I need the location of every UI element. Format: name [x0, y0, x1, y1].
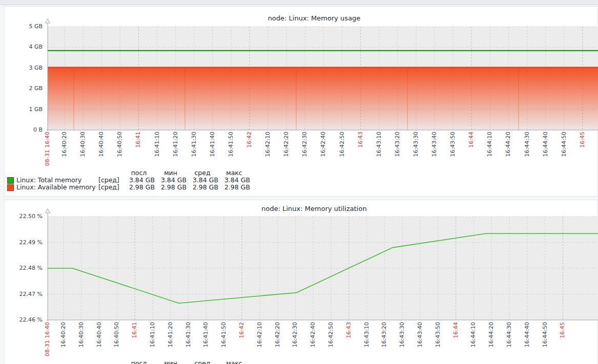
x-tick-label: 16:44:30	[506, 322, 512, 347]
x-tick-label: 16:44:10	[486, 132, 493, 157]
y-tick-label: 22.49 %	[6, 239, 43, 246]
x-tick-label: 16:41:50	[220, 322, 227, 347]
x-tick-label: 16:43:30	[399, 322, 405, 347]
legend-stat-value: 3.84 GB	[155, 177, 187, 184]
x-tick-label: 16:42:30	[292, 322, 298, 347]
x-tick-label: 16:40:20	[60, 322, 67, 347]
x-tick-label: 16:42	[238, 322, 245, 338]
x-tick-label: 16:41:10	[149, 322, 156, 347]
x-tick-label: 16:42:10	[264, 132, 271, 157]
x-tick-label: 16:42:50	[327, 322, 334, 347]
legend-header: сред	[187, 169, 218, 177]
x-tick-label: 16:41:30	[185, 322, 192, 347]
x-tick-label: 16:40:20	[61, 132, 68, 157]
x-tick-label: 16:43:10	[363, 322, 370, 347]
legend-header: посл	[123, 169, 155, 177]
y-tick-label: 4 GB	[6, 44, 43, 50]
x-tick-label: 16:42	[246, 132, 253, 148]
legend-memory-utilization: послминсредмакс	[7, 360, 250, 364]
y-tick-label: 22.46 %	[6, 316, 43, 323]
legend-swatch-cell	[7, 177, 16, 184]
y-tick-label: 22.50 %	[6, 213, 43, 220]
legend-color-swatch	[7, 177, 14, 184]
x-tick-label: 16:43:50	[435, 322, 441, 347]
x-tick-label: 16:43:10	[376, 132, 382, 157]
x-tick-label: 16:43:40	[431, 132, 438, 157]
x-tick-label: 16:42:40	[310, 322, 316, 347]
legend-spacer	[7, 360, 16, 364]
memory-utilization-plot-area[interactable]	[5, 200, 598, 323]
y-tick-label: 3 GB	[6, 65, 43, 71]
legend-swatch-cell	[7, 184, 16, 191]
x-tick-label: 16:41:50	[228, 132, 234, 157]
x-tick-label: 16:41:20	[172, 132, 179, 157]
legend-header: посл	[123, 360, 155, 364]
legend-stat-value: 2.98 GB	[187, 184, 218, 191]
legend-stat-value: 2.98 GB	[218, 184, 250, 191]
x-tick-label: 16:44	[452, 322, 459, 338]
legend-spacer	[97, 169, 123, 177]
legend-memory-usage: послминсредмаксLinux: Total memory[сред]…	[7, 169, 250, 191]
x-tick-label: 16:44:20	[505, 132, 511, 157]
x-tick-label: 16:43	[345, 322, 352, 338]
y-tick-label: 1 GB	[6, 106, 43, 113]
x-tick-label: 16:41:40	[202, 322, 209, 347]
x-tick-label: 16:42:30	[301, 132, 308, 157]
legend-color-swatch	[7, 184, 14, 191]
legend-header: мин	[155, 169, 187, 177]
y-tick-label: 2 GB	[6, 85, 43, 92]
x-tick-label: 16:42:50	[339, 132, 345, 157]
memory-usage-plot-area[interactable]	[5, 7, 598, 133]
legend-series-label: Linux: Available memory	[16, 184, 97, 191]
top-bar	[0, 0, 598, 5]
legend-header: сред	[187, 360, 218, 364]
memory-utilization-panel: node: Linux: Memory utilization 22.50 %2…	[4, 200, 598, 364]
legend-spacer	[7, 169, 16, 177]
x-tick-label: 16:45	[559, 322, 566, 338]
legend-header: макс	[218, 169, 250, 177]
x-tick-label: 16:40:30	[79, 132, 86, 157]
x-tick-label: 16:40:40	[96, 322, 102, 347]
x-tick-label: 16:41:20	[167, 322, 174, 347]
x-tick-label: 16:44:50	[561, 132, 567, 157]
x-tick-label: 16:44:30	[524, 132, 530, 157]
x-tick-label: 16:44:50	[542, 322, 548, 347]
legend-stat-value: 2.98 GB	[155, 184, 187, 191]
x-tick-label: 16:42:20	[283, 132, 290, 157]
x-tick-label: 16:44:10	[470, 322, 477, 347]
legend-spacer	[16, 169, 97, 177]
x-tick-label: 16:40:30	[78, 322, 85, 347]
memory-usage-panel: node: Linux: Memory usage 5 GB4 GB3 GB2 …	[4, 6, 598, 197]
x-tick-label: 16:43	[357, 132, 364, 148]
legend-stat-value: 3.84 GB	[187, 177, 218, 184]
x-tick-label: 16:41	[135, 132, 141, 148]
x-tick-label: 16:43:20	[381, 322, 387, 347]
legend-stat-value: 3.84 GB	[218, 177, 250, 184]
x-tick-label: 16:41:40	[209, 132, 216, 157]
x-tick-label: 08-31 16:40	[44, 322, 51, 356]
x-tick-label: 16:44:40	[524, 322, 530, 347]
legend-spacer	[97, 360, 123, 364]
y-tick-label: 5 GB	[6, 23, 43, 30]
x-tick-label: 16:43:50	[449, 132, 456, 157]
x-tick-label: 16:41	[131, 322, 138, 338]
legend-series-label: Linux: Total memory	[16, 177, 97, 184]
y-tick-label: 0 B	[6, 126, 43, 133]
x-tick-label: 16:43:30	[413, 132, 419, 157]
x-tick-label: 16:43:20	[394, 132, 401, 157]
x-tick-label: 16:42:10	[256, 322, 263, 347]
x-tick-label: 16:41:30	[191, 132, 197, 157]
legend-aggregation: [сред]	[97, 184, 123, 191]
x-tick-label: 16:44:40	[542, 132, 549, 157]
x-tick-label: 16:42:20	[274, 322, 281, 347]
x-tick-label: 16:40:50	[116, 132, 123, 157]
x-tick-label: 16:40:40	[98, 132, 105, 157]
x-tick-label: 16:44:20	[488, 322, 494, 347]
legend-header: макс	[218, 360, 250, 364]
legend-stat-value: 3.84 GB	[123, 177, 155, 184]
x-tick-label: 16:43:40	[417, 322, 423, 347]
legend-header: мин	[155, 360, 187, 364]
x-tick-label: 16:42:40	[320, 132, 326, 157]
legend-spacer	[16, 360, 97, 364]
x-tick-label: 16:45	[579, 132, 586, 148]
